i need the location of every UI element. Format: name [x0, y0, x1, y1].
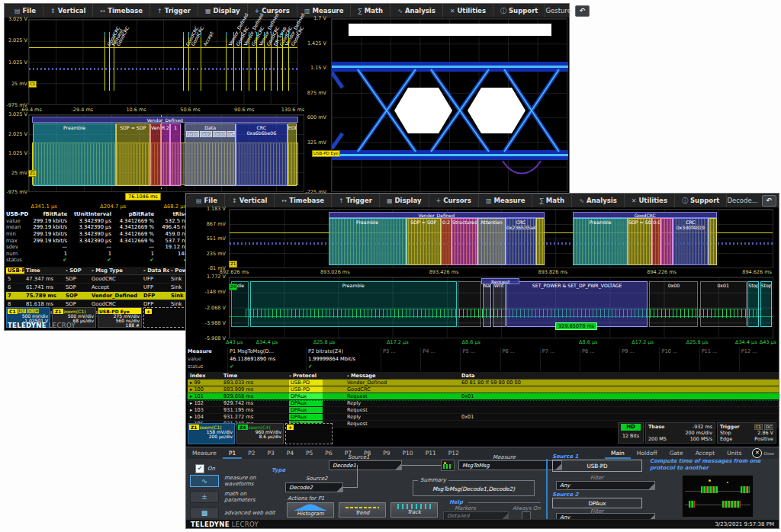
menu-item-label: Analysis	[405, 7, 435, 14]
parameter-column[interactable]: P11 ...	[699, 348, 739, 371]
dialog-tab[interactable]: P9	[377, 447, 396, 459]
menu-item[interactable]: ▥ Measure	[479, 194, 533, 207]
dialog-tab[interactable]: Gate	[664, 447, 689, 459]
trigger-mode: Stop	[720, 430, 731, 436]
message-row[interactable]: ▸ 101 929.658 ms DPAux Request 0x01	[188, 393, 779, 400]
type-button[interactable]: ± math on parameters	[190, 491, 278, 503]
adc-mode-box[interactable]: HD 12 Bits	[618, 422, 644, 444]
menu-item[interactable]: ∑ Math	[532, 194, 572, 207]
axis-tick: 2.025 V	[8, 37, 27, 43]
trace-descriptor[interactable]: Z1zoom(C1) 158 mV/div200 µs/div	[188, 423, 235, 444]
parameter-column[interactable]: P12 ...	[739, 348, 779, 371]
row2-waveform-grid[interactable]: Idle Preamble Nat Writ SET_POWER & SET_D…	[229, 277, 773, 338]
dialog-tab[interactable]: P3	[261, 447, 280, 459]
message-row[interactable]: ▸ 104 931.272 ms DPAux Reply 0x01	[188, 414, 779, 421]
trace-descriptor[interactable]: +	[285, 423, 333, 444]
parameter-column[interactable]: P7 ...	[540, 348, 580, 371]
message-table-header[interactable]: IndexTime - Protocol- Message Data	[188, 372, 779, 380]
menu-item[interactable]: ∿ Analysis	[390, 4, 443, 18]
parameter-column[interactable]: P10 ...	[659, 348, 699, 371]
close-icon: ✕	[752, 448, 762, 458]
menu-item[interactable]: ↑ Trigger	[332, 194, 380, 207]
dialog-tab[interactable]: Main	[605, 447, 631, 459]
decode-segment: 0:2	[441, 218, 452, 265]
menu-item-icon: ↕	[50, 8, 56, 14]
menu-item-icon: ∿	[397, 8, 403, 14]
decode-segment: EOP	[288, 123, 297, 186]
trace-descriptor[interactable]: USB-PD Eye 275 mV/div560 ns/div188 #	[98, 307, 142, 328]
trigger-box[interactable]: Trigger C1 DC Stop2.86 V EdgePositive	[717, 422, 776, 444]
protocol-row[interactable]: 661.741 ms SOPAccept UFPSink	[6, 284, 189, 292]
right-source2-box[interactable]: DPAux	[552, 498, 642, 508]
source2-dropdown[interactable]: Decode2	[285, 482, 343, 492]
markers-label: Markers	[455, 505, 476, 511]
decode-segment: Stop	[760, 281, 773, 327]
dialog-tab[interactable]: Holdoff	[631, 447, 664, 459]
dialog-tab[interactable]: P6	[319, 447, 338, 459]
on-checkbox[interactable]: ✔	[195, 464, 204, 473]
dialog-tab[interactable]: P11	[419, 447, 442, 459]
dialog-tab[interactable]: P4	[281, 447, 300, 459]
dialog-tab[interactable]: P12	[442, 447, 465, 459]
timebase-box[interactable]: Tbase-932 ms 200 ms/div 200 MS100 MS/s	[645, 422, 715, 444]
dialog-tab[interactable]: P5	[300, 447, 319, 459]
parameter-column[interactable]: P6 ...	[500, 348, 540, 371]
type-button[interactable]: ∿ measure on waveforms	[190, 475, 278, 487]
dialog-tab[interactable]: Measure	[186, 447, 223, 459]
message-row[interactable]: ▸ 99 893.033 ms USB-PD Vendor_Defined 60…	[188, 380, 779, 386]
menu-item[interactable]: ↕ Vertical	[225, 194, 275, 207]
menu-item[interactable]: ✕ Utilities	[625, 194, 675, 207]
undo-button[interactable]: ↶	[575, 5, 590, 17]
protocol-row[interactable]: 547.347 ms SOPGoodCRC UFPSink	[6, 275, 189, 284]
waveform-grid-1[interactable]: GoodCRC Request GoodCRC GoodCRC GoodCRC …	[28, 19, 298, 105]
menu-item[interactable]: ▦ Display	[380, 194, 429, 207]
grid1-x-axis: -69.4 ms-29.4 ms10.6 ms50.6 ms90.6 ms130…	[28, 107, 298, 114]
message-row[interactable]: ▸ 103 931.195 ms DPAux Request	[188, 407, 779, 414]
action-button[interactable]: Trend	[339, 502, 386, 518]
zoom-decode-grid[interactable]: Vendor_Defined Preamble SOP = SOP Vend	[28, 114, 304, 192]
row1-waveform-grid[interactable]: Vendor_Defined Preamble SOP = SOP 0:2 St…	[229, 209, 773, 268]
parameter-column[interactable]: P4 ...	[420, 348, 460, 371]
filter1-dropdown[interactable]: Any	[556, 481, 655, 490]
protocol-table-header[interactable]: USB-PDTime - SOP- Msg Type - Data Role- …	[6, 267, 189, 275]
eye-diagram[interactable]: USB-PD Eye	[331, 18, 567, 192]
parameter-column[interactable]: P9 ...	[619, 348, 659, 371]
axis-tick: 235 mV	[207, 251, 226, 257]
menu-item[interactable]: ✕ Utilities	[443, 4, 493, 18]
dialog-tab[interactable]: Accept	[689, 447, 722, 459]
dialog-tab[interactable]: P1	[223, 447, 242, 459]
parameter-column[interactable]: P3 ...	[381, 348, 420, 371]
message-row[interactable]: ▸ 100 893.909 ms USB-PD GoodCRC	[188, 386, 779, 393]
menu-item[interactable]: ∿ Analysis	[572, 194, 625, 207]
parameter-column[interactable]: P8 ...	[580, 348, 619, 371]
right-source1-box[interactable]: USB-PD	[552, 460, 642, 472]
timebase-scale: 200 ms/div	[685, 430, 712, 436]
menu-item[interactable]: ↕ Vertical	[43, 4, 93, 18]
trace-descriptor[interactable]: Z4zoom(C4) 960 mV/div8.6 µs/div	[236, 423, 284, 444]
row-arrow-icon: ▸	[190, 393, 192, 399]
action-button[interactable]: Histogram	[287, 502, 334, 518]
dialog-tab[interactable]: Units	[721, 447, 747, 459]
menu-item[interactable]: ⓘ Support	[675, 194, 727, 207]
source1-dropdown[interactable]: Decode1	[329, 460, 402, 470]
decode-menu-label[interactable]: Decode...	[727, 197, 757, 204]
protocol-row[interactable]: 775.789 ms SOPVendor_Defined DFPSink	[6, 292, 189, 300]
dialog-tab[interactable]: P2	[242, 447, 261, 459]
parameter-column[interactable]: P5 ...	[460, 348, 500, 371]
menu-item[interactable]: ▦ Display	[198, 4, 248, 18]
menu-item[interactable]: ⓘ Support	[493, 4, 545, 18]
undo-button[interactable]: ↶	[762, 195, 776, 207]
message-row[interactable]: ▸ 102 929.742 ms DPAux Reply	[188, 400, 779, 407]
menu-item[interactable]: + Cursors	[429, 194, 479, 207]
close-button[interactable]: ✕ Close	[747, 448, 779, 458]
menu-item[interactable]: ↔ Timebase	[275, 194, 332, 207]
menu-item[interactable]: ↑ Trigger	[150, 4, 198, 18]
parameter-column[interactable]: P1 MsgToMsg(D...46.118691890 ms✔	[227, 348, 306, 371]
dialog-tab[interactable]: P10	[397, 447, 419, 459]
type-button[interactable]: ▩ advanced web edit	[190, 507, 278, 519]
action-button[interactable]: Track	[390, 502, 438, 518]
parameter-column[interactable]: P2 bitrate(Z4)1.99999864 Mbit/s✔	[306, 348, 381, 371]
trace-descriptor[interactable]: +	[143, 307, 188, 328]
menu-item[interactable]: ∑ Math	[351, 4, 390, 18]
menu-item[interactable]: ↔ Timebase	[93, 4, 150, 18]
